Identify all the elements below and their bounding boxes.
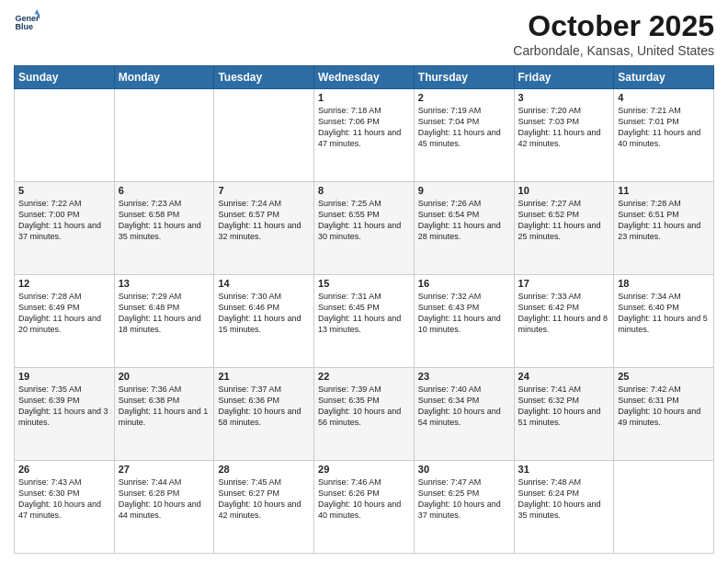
- calendar-body: 1Sunrise: 7:18 AMSunset: 7:06 PMDaylight…: [15, 89, 714, 554]
- day-number: 4: [618, 92, 710, 103]
- calendar-cell: 7Sunrise: 7:24 AMSunset: 6:57 PMDaylight…: [214, 182, 314, 275]
- month-title: October 2025: [513, 9, 714, 43]
- cell-info: Sunrise: 7:39 AMSunset: 6:35 PMDaylight:…: [318, 384, 410, 429]
- cell-info: Sunrise: 7:21 AMSunset: 7:01 PMDaylight:…: [618, 105, 710, 150]
- dow-header: Tuesday: [214, 66, 314, 89]
- calendar-cell: 22Sunrise: 7:39 AMSunset: 6:35 PMDayligh…: [314, 368, 415, 461]
- cell-info: Sunrise: 7:34 AMSunset: 6:40 PMDaylight:…: [618, 291, 710, 336]
- logo: General Blue: [14, 9, 40, 35]
- calendar-cell: 19Sunrise: 7:35 AMSunset: 6:39 PMDayligh…: [15, 368, 115, 461]
- cell-info: Sunrise: 7:33 AMSunset: 6:42 PMDaylight:…: [518, 291, 610, 336]
- cell-info: Sunrise: 7:46 AMSunset: 6:26 PMDaylight:…: [318, 477, 410, 522]
- cell-info: Sunrise: 7:45 AMSunset: 6:27 PMDaylight:…: [218, 477, 310, 522]
- day-of-week-row: SundayMondayTuesdayWednesdayThursdayFrid…: [15, 66, 714, 89]
- cell-info: Sunrise: 7:18 AMSunset: 7:06 PMDaylight:…: [318, 105, 410, 150]
- day-number: 22: [318, 371, 410, 382]
- day-number: 8: [318, 185, 410, 196]
- cell-info: Sunrise: 7:48 AMSunset: 6:24 PMDaylight:…: [518, 477, 610, 522]
- cell-info: Sunrise: 7:47 AMSunset: 6:25 PMDaylight:…: [418, 477, 510, 522]
- calendar-week-row: 5Sunrise: 7:22 AMSunset: 7:00 PMDaylight…: [15, 182, 714, 275]
- day-number: 3: [518, 92, 610, 103]
- svg-marker-2: [34, 9, 40, 15]
- title-block: October 2025 Carbondale, Kansas, United …: [513, 9, 714, 58]
- day-number: 20: [119, 371, 210, 382]
- calendar-cell: 2Sunrise: 7:19 AMSunset: 7:04 PMDaylight…: [414, 89, 514, 182]
- day-number: 15: [318, 278, 410, 289]
- calendar-page: General Blue October 2025 Carbondale, Ka…: [0, 0, 728, 563]
- cell-info: Sunrise: 7:27 AMSunset: 6:52 PMDaylight:…: [518, 198, 610, 243]
- calendar-cell: 25Sunrise: 7:42 AMSunset: 6:31 PMDayligh…: [614, 368, 714, 461]
- calendar-cell: 17Sunrise: 7:33 AMSunset: 6:42 PMDayligh…: [514, 275, 614, 368]
- dow-header: Sunday: [15, 66, 115, 89]
- day-number: 27: [119, 464, 210, 475]
- logo-icon: General Blue: [14, 9, 40, 35]
- day-number: 6: [119, 185, 210, 196]
- day-number: 16: [418, 278, 510, 289]
- cell-info: Sunrise: 7:25 AMSunset: 6:55 PMDaylight:…: [318, 198, 410, 243]
- cell-info: Sunrise: 7:31 AMSunset: 6:45 PMDaylight:…: [318, 291, 410, 336]
- calendar-cell: 23Sunrise: 7:40 AMSunset: 6:34 PMDayligh…: [414, 368, 514, 461]
- day-number: 21: [218, 371, 310, 382]
- calendar-week-row: 12Sunrise: 7:28 AMSunset: 6:49 PMDayligh…: [15, 275, 714, 368]
- calendar-cell: 24Sunrise: 7:41 AMSunset: 6:32 PMDayligh…: [514, 368, 614, 461]
- calendar-cell: 13Sunrise: 7:29 AMSunset: 6:48 PMDayligh…: [114, 275, 214, 368]
- day-number: 11: [618, 185, 710, 196]
- day-number: 23: [418, 371, 510, 382]
- cell-info: Sunrise: 7:43 AMSunset: 6:30 PMDaylight:…: [18, 477, 110, 522]
- calendar-cell: 4Sunrise: 7:21 AMSunset: 7:01 PMDaylight…: [614, 89, 714, 182]
- day-number: 30: [418, 464, 510, 475]
- calendar-cell: 27Sunrise: 7:44 AMSunset: 6:28 PMDayligh…: [114, 461, 214, 554]
- calendar-table: SundayMondayTuesdayWednesdayThursdayFrid…: [14, 65, 714, 554]
- day-number: 17: [518, 278, 610, 289]
- cell-info: Sunrise: 7:23 AMSunset: 6:58 PMDaylight:…: [119, 198, 210, 243]
- cell-info: Sunrise: 7:41 AMSunset: 6:32 PMDaylight:…: [518, 384, 610, 429]
- day-number: 1: [318, 92, 410, 103]
- calendar-cell: 26Sunrise: 7:43 AMSunset: 6:30 PMDayligh…: [15, 461, 115, 554]
- dow-header: Thursday: [414, 66, 514, 89]
- calendar-cell: 20Sunrise: 7:36 AMSunset: 6:38 PMDayligh…: [114, 368, 214, 461]
- calendar-cell: 3Sunrise: 7:20 AMSunset: 7:03 PMDaylight…: [514, 89, 614, 182]
- location-title: Carbondale, Kansas, United States: [513, 43, 714, 58]
- calendar-cell: 8Sunrise: 7:25 AMSunset: 6:55 PMDaylight…: [314, 182, 415, 275]
- cell-info: Sunrise: 7:37 AMSunset: 6:36 PMDaylight:…: [218, 384, 310, 429]
- calendar-cell: [614, 461, 714, 554]
- dow-header: Friday: [514, 66, 614, 89]
- cell-info: Sunrise: 7:30 AMSunset: 6:46 PMDaylight:…: [218, 291, 310, 336]
- calendar-cell: 12Sunrise: 7:28 AMSunset: 6:49 PMDayligh…: [15, 275, 115, 368]
- day-number: 10: [518, 185, 610, 196]
- dow-header: Wednesday: [314, 66, 415, 89]
- day-number: 25: [618, 371, 710, 382]
- cell-info: Sunrise: 7:20 AMSunset: 7:03 PMDaylight:…: [518, 105, 610, 150]
- cell-info: Sunrise: 7:29 AMSunset: 6:48 PMDaylight:…: [119, 291, 210, 336]
- day-number: 9: [418, 185, 510, 196]
- cell-info: Sunrise: 7:35 AMSunset: 6:39 PMDaylight:…: [18, 384, 110, 429]
- day-number: 18: [618, 278, 710, 289]
- cell-info: Sunrise: 7:22 AMSunset: 7:00 PMDaylight:…: [18, 198, 110, 243]
- day-number: 2: [418, 92, 510, 103]
- calendar-cell: 11Sunrise: 7:28 AMSunset: 6:51 PMDayligh…: [614, 182, 714, 275]
- cell-info: Sunrise: 7:24 AMSunset: 6:57 PMDaylight:…: [218, 198, 310, 243]
- svg-text:General: General: [15, 14, 40, 23]
- day-number: 31: [518, 464, 610, 475]
- svg-text:Blue: Blue: [15, 22, 33, 31]
- cell-info: Sunrise: 7:28 AMSunset: 6:51 PMDaylight:…: [618, 198, 710, 243]
- calendar-cell: 6Sunrise: 7:23 AMSunset: 6:58 PMDaylight…: [114, 182, 214, 275]
- cell-info: Sunrise: 7:26 AMSunset: 6:54 PMDaylight:…: [418, 198, 510, 243]
- calendar-week-row: 1Sunrise: 7:18 AMSunset: 7:06 PMDaylight…: [15, 89, 714, 182]
- calendar-cell: 28Sunrise: 7:45 AMSunset: 6:27 PMDayligh…: [214, 461, 314, 554]
- calendar-cell: 21Sunrise: 7:37 AMSunset: 6:36 PMDayligh…: [214, 368, 314, 461]
- day-number: 28: [218, 464, 310, 475]
- calendar-cell: 30Sunrise: 7:47 AMSunset: 6:25 PMDayligh…: [414, 461, 514, 554]
- calendar-cell: 18Sunrise: 7:34 AMSunset: 6:40 PMDayligh…: [614, 275, 714, 368]
- cell-info: Sunrise: 7:40 AMSunset: 6:34 PMDaylight:…: [418, 384, 510, 429]
- day-number: 24: [518, 371, 610, 382]
- cell-info: Sunrise: 7:36 AMSunset: 6:38 PMDaylight:…: [119, 384, 210, 429]
- cell-info: Sunrise: 7:44 AMSunset: 6:28 PMDaylight:…: [119, 477, 210, 522]
- calendar-cell: [214, 89, 314, 182]
- header: General Blue October 2025 Carbondale, Ka…: [14, 9, 714, 58]
- cell-info: Sunrise: 7:32 AMSunset: 6:43 PMDaylight:…: [418, 291, 510, 336]
- day-number: 13: [119, 278, 210, 289]
- calendar-week-row: 19Sunrise: 7:35 AMSunset: 6:39 PMDayligh…: [15, 368, 714, 461]
- cell-info: Sunrise: 7:19 AMSunset: 7:04 PMDaylight:…: [418, 105, 510, 150]
- calendar-cell: 14Sunrise: 7:30 AMSunset: 6:46 PMDayligh…: [214, 275, 314, 368]
